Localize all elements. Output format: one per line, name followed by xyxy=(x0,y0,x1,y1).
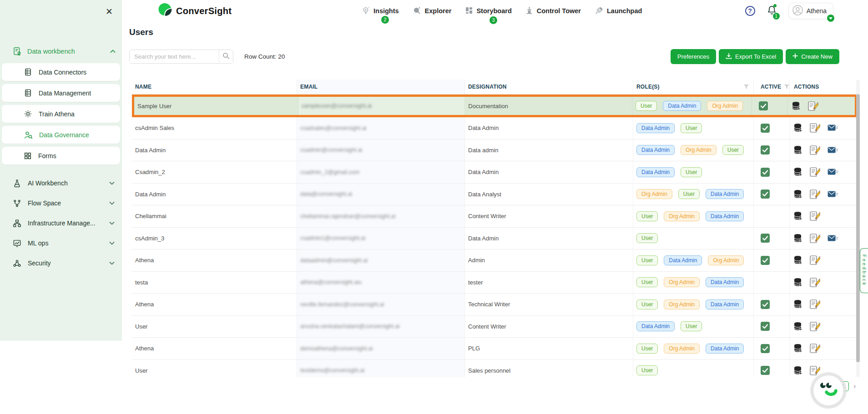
edit-icon[interactable] xyxy=(810,190,820,199)
scrollbar-thumb[interactable] xyxy=(856,94,860,362)
active-checkbox-icon[interactable] xyxy=(761,256,770,265)
edit-icon[interactable] xyxy=(810,123,820,133)
table-row[interactable]: Useranusha.venkatachalam@conversight.aiC… xyxy=(132,316,857,338)
active-checkbox-icon[interactable] xyxy=(761,168,770,177)
database-icon[interactable] xyxy=(794,344,802,353)
table-row[interactable]: Csadmin_2csadmin_2@gmail.comData AdminDa… xyxy=(132,161,857,184)
user-name-text: Csadmin_2 xyxy=(135,169,165,175)
table-row-selected[interactable]: Sample Usersampleuser@conversight.aiDocu… xyxy=(132,95,857,117)
edit-icon[interactable] xyxy=(810,211,820,221)
sidebar-group-ml-ops[interactable]: ML ops xyxy=(0,233,122,253)
table-row[interactable]: Data Admincsadmin@conversight.aiData adm… xyxy=(132,140,857,162)
nav-item-insights[interactable]: Insights2 xyxy=(362,6,399,16)
edit-icon[interactable] xyxy=(810,366,820,375)
edit-icon[interactable] xyxy=(810,255,820,265)
nav-item-storyboard[interactable]: Storyboard3 xyxy=(465,7,511,15)
sidebar-group-security[interactable]: Security xyxy=(0,253,122,273)
brand-logo[interactable]: ConverSight xyxy=(158,3,232,19)
active-checkbox-icon[interactable] xyxy=(761,234,770,243)
database-icon[interactable] xyxy=(794,234,802,243)
sidebar-group-data-workbench[interactable]: Data workbench xyxy=(0,43,122,60)
notification-badge: 1 xyxy=(773,13,780,20)
edit-icon[interactable] xyxy=(810,167,820,177)
table-row[interactable]: Athenadataadmin@conversight.aiAdminUserD… xyxy=(132,249,857,272)
chat-assistant-widget[interactable] xyxy=(813,375,843,405)
mail-icon[interactable] xyxy=(828,146,838,154)
mail-icon[interactable] xyxy=(828,234,838,242)
chevron-down-icon[interactable] xyxy=(109,221,115,225)
database-icon[interactable] xyxy=(794,167,802,177)
chevron-down-icon[interactable] xyxy=(109,181,115,185)
search-input[interactable] xyxy=(130,50,219,63)
topbar: ConverSight Insights2ExplorerStoryboard3… xyxy=(122,0,868,22)
database-icon[interactable] xyxy=(792,101,801,111)
nav-item-launchpad[interactable]: Launchpad xyxy=(595,6,642,16)
chevron-up-icon[interactable] xyxy=(110,50,116,53)
chevron-down-icon[interactable] xyxy=(109,261,115,265)
database-icon[interactable] xyxy=(794,278,802,287)
edit-icon[interactable] xyxy=(810,145,820,155)
active-checkbox-icon[interactable] xyxy=(761,190,770,199)
edit-icon[interactable] xyxy=(810,322,820,331)
database-icon[interactable] xyxy=(794,299,802,309)
help-button[interactable]: ? xyxy=(745,6,755,16)
edit-icon[interactable] xyxy=(810,278,820,287)
table-row[interactable]: Chellammaichellammai.rajendran@conversig… xyxy=(132,205,857,228)
edit-icon[interactable] xyxy=(808,101,818,111)
next-page-icon[interactable]: › xyxy=(853,383,856,390)
cell-roles: Data AdminUser xyxy=(633,117,754,139)
active-checkbox-icon[interactable] xyxy=(761,366,770,375)
sidebar-item-data-connectors[interactable]: Data Connectors xyxy=(2,63,120,81)
mail-icon[interactable] xyxy=(828,124,838,132)
search-button[interactable] xyxy=(219,50,233,63)
database-icon[interactable] xyxy=(794,255,802,265)
close-sidebar-icon[interactable]: ✕ xyxy=(106,7,113,16)
database-icon[interactable] xyxy=(794,211,802,221)
active-checkbox-icon[interactable] xyxy=(759,101,768,110)
preferences-button[interactable]: Preferences xyxy=(671,49,716,64)
filter-icon[interactable] xyxy=(744,85,749,89)
mail-icon[interactable] xyxy=(828,168,838,176)
table-row[interactable]: csAdmin_3csadmin1@conversight.aiData Adm… xyxy=(132,228,857,250)
database-icon[interactable] xyxy=(794,190,802,199)
chevron-down-icon[interactable] xyxy=(109,241,115,245)
table-row[interactable]: csAdmin Salescsadsales@conversight.aiDat… xyxy=(132,117,857,140)
active-checkbox-icon[interactable] xyxy=(761,322,770,331)
table-row[interactable]: Usertestdemo@conversight.aiSales personn… xyxy=(132,360,857,378)
database-icon[interactable] xyxy=(794,123,802,133)
sidebar-item-forms[interactable]: Forms xyxy=(2,147,120,165)
active-checkbox-icon[interactable] xyxy=(761,344,770,353)
active-checkbox-icon[interactable] xyxy=(761,300,770,309)
table-row[interactable]: testaathena@conversight.aiutesterUserOrg… xyxy=(132,272,857,294)
nav-item-explorer[interactable]: Explorer xyxy=(413,6,452,15)
sidebar-group-ai-workbench[interactable]: AI Workbench xyxy=(0,173,122,193)
storyboard-icon xyxy=(465,7,473,15)
caret-down-icon[interactable] xyxy=(827,15,834,22)
sidebar-item-train-athena[interactable]: Train Athena xyxy=(2,105,120,123)
table-row[interactable]: Athenaneville.fernandez@conversight.aiTe… xyxy=(132,294,857,316)
database-icon[interactable] xyxy=(794,366,802,375)
create-new-button[interactable]: Create New xyxy=(786,49,839,64)
feedback-tab[interactable]: Feedback xyxy=(860,248,868,293)
active-checkbox-icon[interactable] xyxy=(761,145,770,155)
sidebar-group-flow-space[interactable]: Flow Space xyxy=(0,193,122,213)
export-to-excel-button[interactable]: Export To Excel xyxy=(719,49,783,64)
filter-icon[interactable] xyxy=(784,85,789,89)
active-checkbox-icon[interactable] xyxy=(761,124,770,133)
table-row[interactable]: Athenademoathena@conversight.aiPLGUserOr… xyxy=(132,338,857,360)
table-row[interactable]: Data Admindata@conversight.aiData Analys… xyxy=(132,184,857,206)
sidebar-item-data-management[interactable]: Data Management xyxy=(2,84,120,102)
notifications-button[interactable]: 1 xyxy=(767,5,777,17)
user-menu[interactable]: Athena xyxy=(788,3,833,19)
chevron-down-icon[interactable] xyxy=(109,201,115,205)
edit-icon[interactable] xyxy=(810,299,820,309)
server-icon xyxy=(24,89,32,97)
edit-icon[interactable] xyxy=(810,234,820,243)
database-icon[interactable] xyxy=(794,322,802,331)
edit-icon[interactable] xyxy=(810,344,820,353)
sidebar-item-data-governance[interactable]: Data Governance xyxy=(2,126,120,144)
database-icon[interactable] xyxy=(794,145,802,155)
sidebar-group-infrastructure-manage[interactable]: Infrastructure Manage... xyxy=(0,213,122,233)
nav-item-control-tower[interactable]: Control Tower xyxy=(526,6,581,15)
mail-icon[interactable] xyxy=(828,190,838,198)
